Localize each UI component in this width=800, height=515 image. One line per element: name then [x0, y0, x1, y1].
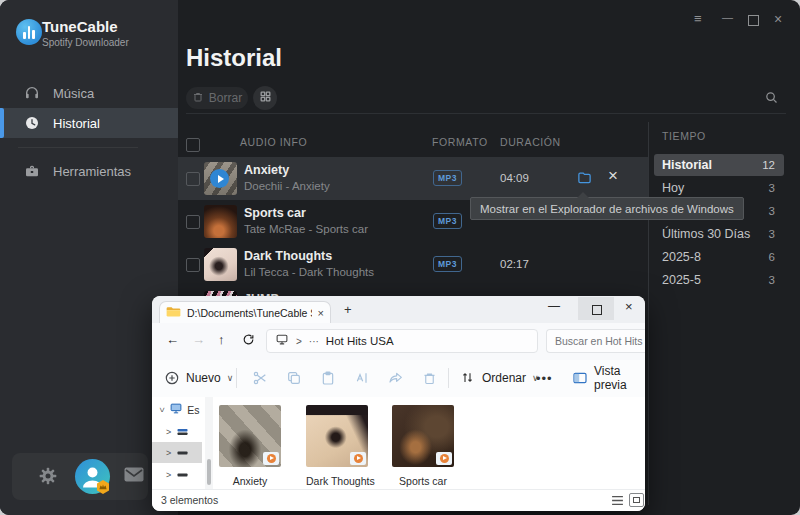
maximize-icon[interactable] — [748, 15, 759, 26]
nav-drive-item[interactable]: > — [152, 464, 202, 485]
grid-view-button[interactable] — [253, 86, 277, 110]
sidebar-item-historial[interactable]: Historial — [0, 108, 178, 138]
cut-icon[interactable] — [252, 360, 268, 396]
file-thumbnail[interactable] — [392, 405, 454, 467]
item-count: 3 elementos — [161, 494, 218, 506]
file-thumbnail[interactable] — [219, 405, 281, 467]
sidebar-item-label: Música — [53, 86, 94, 101]
format-badge: MP3 — [433, 256, 462, 272]
explorer-content: > Es > > — [152, 397, 645, 489]
table-row[interactable]: Dark Thoughts Lil Tecca - Dark Thoughts … — [178, 243, 648, 286]
nav-drive-item-selected[interactable]: > — [152, 442, 202, 463]
grid-icon — [259, 89, 272, 107]
time-filter-2025-5[interactable]: 2025-5 3 — [654, 269, 784, 291]
file-name: Anxiety — [219, 475, 281, 487]
file-name: Sports car — [392, 475, 454, 487]
refresh-icon[interactable] — [242, 333, 255, 349]
media-play-badge-icon — [436, 452, 452, 465]
sort-button[interactable]: Ordenar ∨ — [460, 360, 539, 396]
media-play-badge-icon — [263, 452, 279, 465]
filter-label: 2025-5 — [662, 273, 701, 287]
time-filter-hoy[interactable]: Hoy 3 — [654, 177, 784, 199]
track-title: Anxiety — [244, 163, 289, 177]
preview-button[interactable]: Vista previa — [572, 360, 645, 396]
filter-label: Últimos 30 Días — [662, 227, 750, 241]
remove-row-icon[interactable]: × — [608, 166, 618, 186]
time-filter-historial[interactable]: Historial 12 — [654, 154, 784, 176]
track-artist: Lil Tecca - Dark Thoughts — [244, 266, 374, 278]
up-icon[interactable]: ↑ — [218, 332, 225, 347]
filter-count: 3 — [769, 274, 775, 286]
explorer-maximize-icon[interactable] — [592, 305, 602, 315]
show-in-explorer-icon[interactable] — [576, 170, 593, 185]
breadcrumb[interactable]: Hot Hits USA — [326, 335, 394, 347]
row-checkbox[interactable] — [186, 258, 200, 272]
app-menu-icon[interactable]: ≡ — [694, 11, 702, 26]
row-checkbox[interactable] — [186, 172, 200, 186]
chevron-collapsed-icon[interactable]: > — [166, 448, 171, 458]
toolbox-icon — [24, 163, 40, 179]
filter-count: 3 — [769, 205, 775, 217]
clock-icon — [24, 115, 40, 131]
bottom-dock — [12, 453, 148, 500]
filter-label: Historial — [662, 158, 712, 172]
explorer-tab-bar: D:\Documents\TuneCable Spo × + — × — [152, 296, 645, 323]
large-icons-view-icon[interactable] — [629, 493, 644, 507]
filter-count: 3 — [769, 182, 775, 194]
nav-this-pc[interactable]: > Es — [152, 399, 202, 420]
select-all-checkbox[interactable] — [186, 138, 200, 152]
toolbar-divider — [448, 368, 449, 388]
filter-label: Hoy — [662, 181, 684, 195]
row-checkbox[interactable] — [186, 215, 200, 229]
nav-scrollbar-thumb[interactable] — [207, 459, 211, 485]
chevron-collapsed-icon[interactable]: > — [166, 470, 171, 480]
plus-circle-icon — [164, 370, 180, 386]
page-title: Historial — [186, 44, 282, 72]
explorer-close-icon[interactable]: × — [625, 299, 633, 314]
sidebar-item-herramientas[interactable]: Herramientas — [0, 156, 178, 186]
new-button[interactable]: Nuevo ∨ — [164, 360, 233, 396]
tab-close-icon[interactable]: × — [318, 307, 324, 319]
sidebar-item-label: Herramientas — [53, 164, 131, 179]
sidebar-item-musica[interactable]: Música — [0, 78, 178, 108]
paste-icon[interactable] — [320, 360, 336, 396]
file-thumbnail[interactable] — [306, 405, 368, 467]
tunecable-window: TuneCable Spotify Downloader Música Hist… — [0, 0, 800, 515]
chevron-right-icon[interactable]: > — [296, 336, 302, 347]
time-filter-30-dias[interactable]: Últimos 30 Días 3 — [654, 223, 784, 245]
minimize-icon[interactable]: — — [722, 11, 733, 23]
explorer-minimize-icon[interactable]: — — [548, 299, 560, 313]
address-bar[interactable]: > ··· Hot Hits USA — [266, 329, 538, 353]
forward-icon[interactable]: → — [192, 332, 205, 347]
more-options-icon[interactable]: ••• — [536, 360, 553, 396]
chevron-expanded-icon[interactable]: > — [157, 407, 167, 412]
account-avatar[interactable] — [75, 459, 110, 494]
preview-pane-icon — [572, 370, 588, 386]
nav-drive-item[interactable]: > — [152, 421, 202, 442]
clear-history-button[interactable]: Borrar — [186, 87, 248, 109]
format-badge: MP3 — [433, 170, 462, 186]
gear-icon[interactable] — [38, 466, 58, 486]
mail-icon[interactable] — [124, 467, 144, 482]
copy-icon[interactable] — [286, 360, 302, 396]
back-icon[interactable]: ← — [166, 332, 179, 347]
play-icon[interactable] — [210, 169, 229, 188]
column-formato: FORMATO — [432, 136, 488, 148]
album-art — [204, 205, 237, 238]
search-icon[interactable] — [764, 90, 779, 105]
track-artist: Tate McRae - Sports car — [244, 223, 368, 235]
close-icon[interactable]: × — [774, 11, 782, 27]
list-view-icon[interactable] — [611, 495, 624, 506]
filter-count: 12 — [762, 159, 775, 171]
rename-icon[interactable] — [354, 360, 370, 396]
chevron-collapsed-icon[interactable]: > — [166, 427, 171, 437]
time-filter-2025-8[interactable]: 2025-8 6 — [654, 246, 784, 268]
share-icon[interactable] — [388, 360, 404, 396]
breadcrumb-overflow-icon[interactable]: ··· — [309, 336, 319, 347]
explorer-search-input[interactable]: Buscar en Hot Hits U — [546, 329, 645, 353]
album-art — [204, 248, 237, 281]
header-divider — [186, 113, 786, 114]
explorer-tab[interactable]: D:\Documents\TuneCable Spo × — [159, 301, 331, 323]
new-tab-icon[interactable]: + — [344, 302, 352, 317]
delete-icon[interactable] — [422, 360, 437, 396]
